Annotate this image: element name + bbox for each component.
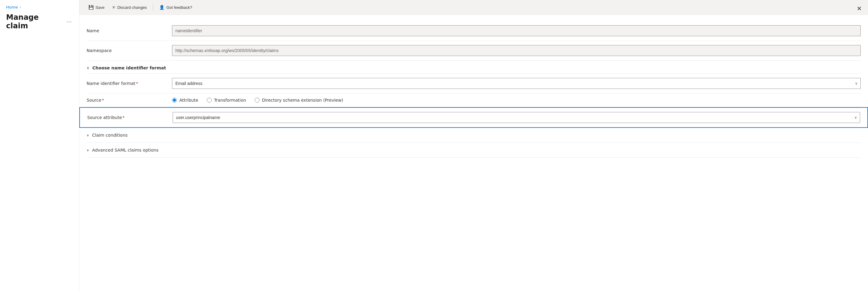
- source-attribute-label: Source attribute*: [87, 115, 173, 120]
- source-directory-radio[interactable]: [255, 98, 259, 103]
- toolbar-divider: [153, 4, 153, 10]
- save-icon: 💾: [88, 5, 94, 10]
- claim-conditions-chevron-icon: ∨: [87, 133, 89, 137]
- toolbar: 💾 Save ✕ Discard changes 👤 Got feedback?: [79, 0, 868, 15]
- source-directory-radio-item[interactable]: Directory schema extension (Preview): [255, 98, 343, 103]
- claim-conditions-section: ∨ Claim conditions: [87, 128, 861, 143]
- close-button[interactable]: ✕: [857, 5, 862, 12]
- discard-label: Discard changes: [117, 5, 147, 10]
- left-panel: Home › Manage claim ···: [0, 0, 79, 291]
- source-attribute-select-wrapper: user.userprincipalname user.mail user.di…: [173, 112, 860, 123]
- advanced-saml-title: Advanced SAML claims options: [92, 148, 159, 152]
- source-required: *: [102, 98, 104, 103]
- claim-conditions-header[interactable]: ∨ Claim conditions: [87, 128, 861, 142]
- source-transformation-radio[interactable]: [207, 98, 212, 103]
- name-row: Name: [87, 21, 861, 41]
- source-attribute-radio-item[interactable]: Attribute: [172, 98, 198, 103]
- source-directory-radio-label: Directory schema extension (Preview): [262, 98, 343, 103]
- choose-name-section-header[interactable]: ∧ Choose name identifier format: [87, 61, 861, 74]
- namespace-input[interactable]: [172, 45, 861, 56]
- page-title-row: Manage claim ···: [6, 13, 73, 30]
- feedback-button[interactable]: 👤 Got feedback?: [156, 3, 195, 11]
- name-identifier-format-select[interactable]: Email address Not specified Persistent T…: [172, 78, 861, 89]
- source-attribute-required: *: [123, 115, 125, 120]
- namespace-label: Namespace: [87, 48, 172, 53]
- advanced-saml-section: ∨ Advanced SAML claims options: [87, 143, 861, 158]
- feedback-label: Got feedback?: [166, 5, 192, 10]
- claim-conditions-title: Claim conditions: [92, 133, 127, 138]
- form-panel: ✕ 💾 Save ✕ Discard changes 👤 Got feedbac…: [79, 0, 868, 291]
- choose-name-chevron-icon: ∧: [87, 66, 89, 70]
- source-radio-group: Attribute Transformation Directory schem…: [172, 98, 343, 103]
- breadcrumb: Home ›: [6, 5, 73, 9]
- more-options-icon[interactable]: ···: [65, 18, 73, 26]
- save-button[interactable]: 💾 Save: [85, 3, 108, 11]
- name-identifier-select-wrapper: Email address Not specified Persistent T…: [172, 78, 861, 89]
- source-attribute-row: Source attribute* user.userprincipalname…: [79, 107, 868, 128]
- breadcrumb-chevron-icon: ›: [20, 5, 21, 9]
- name-label: Name: [87, 28, 172, 33]
- source-transformation-radio-label: Transformation: [214, 98, 246, 103]
- source-row: Source* Attribute Transformation: [87, 94, 861, 107]
- save-label: Save: [95, 5, 104, 10]
- feedback-icon: 👤: [159, 5, 164, 10]
- namespace-row: Namespace: [87, 41, 861, 61]
- discard-button[interactable]: ✕ Discard changes: [109, 3, 150, 11]
- source-attribute-select[interactable]: user.userprincipalname user.mail user.di…: [173, 112, 860, 123]
- form-content: Name Namespace ∧ Choose name identifier …: [79, 15, 868, 164]
- advanced-saml-chevron-icon: ∨: [87, 148, 89, 152]
- discard-icon: ✕: [112, 5, 116, 10]
- source-attribute-radio[interactable]: [172, 98, 177, 103]
- advanced-saml-header[interactable]: ∨ Advanced SAML claims options: [87, 143, 861, 157]
- breadcrumb-home-link[interactable]: Home: [6, 5, 18, 9]
- name-input[interactable]: [172, 25, 861, 36]
- name-identifier-format-row: Name identifier format* Email address No…: [87, 74, 861, 94]
- right-panel: ✕ 💾 Save ✕ Discard changes 👤 Got feedbac…: [79, 0, 868, 291]
- source-attribute-radio-label: Attribute: [179, 98, 198, 103]
- source-label: Source*: [87, 98, 172, 103]
- choose-name-section-title: Choose name identifier format: [92, 66, 166, 70]
- name-identifier-format-label: Name identifier format*: [87, 81, 172, 86]
- source-transformation-radio-item[interactable]: Transformation: [207, 98, 246, 103]
- name-identifier-required: *: [136, 81, 138, 86]
- page-title: Manage claim: [6, 13, 63, 30]
